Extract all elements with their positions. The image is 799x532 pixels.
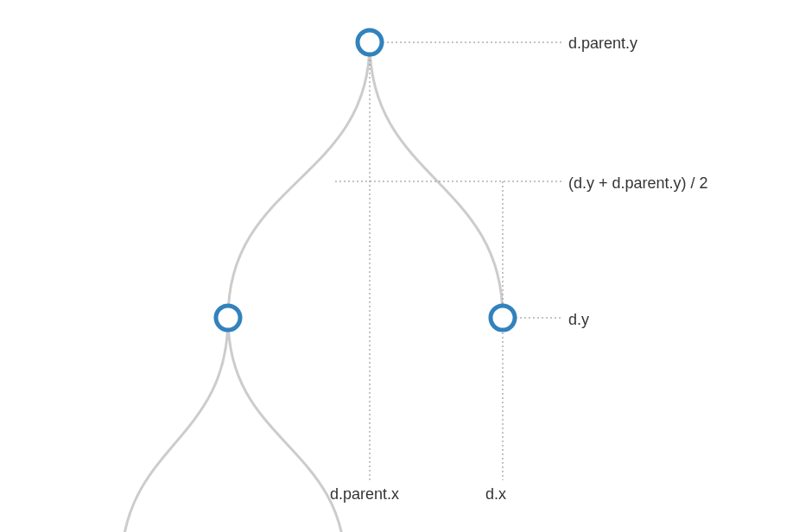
link-root-left <box>228 42 370 318</box>
link-left-grandleft-a <box>121 318 228 532</box>
tree-diagram <box>0 0 799 532</box>
label-d-x: d.x <box>485 485 506 504</box>
label-d-y: d.y <box>568 311 589 329</box>
label-midpoint-y: (d.y + d.parent.y) / 2 <box>568 174 708 193</box>
label-d-parent-x: d.parent.x <box>330 485 399 504</box>
node-right <box>491 306 515 330</box>
label-d-parent-y: d.parent.y <box>568 35 637 53</box>
link-left-grandleft-b <box>228 318 346 532</box>
node-root <box>358 30 382 54</box>
node-left <box>216 306 240 330</box>
link-root-right <box>370 42 503 318</box>
